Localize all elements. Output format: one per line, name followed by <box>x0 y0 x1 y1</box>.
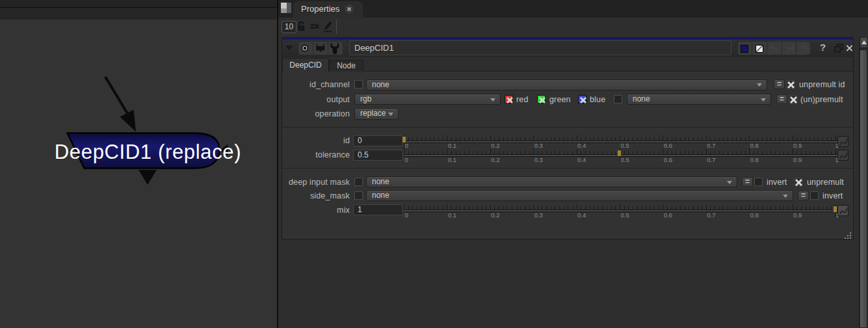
svg-text:DeepCID1 (replace): DeepCID1 (replace) <box>55 141 241 163</box>
